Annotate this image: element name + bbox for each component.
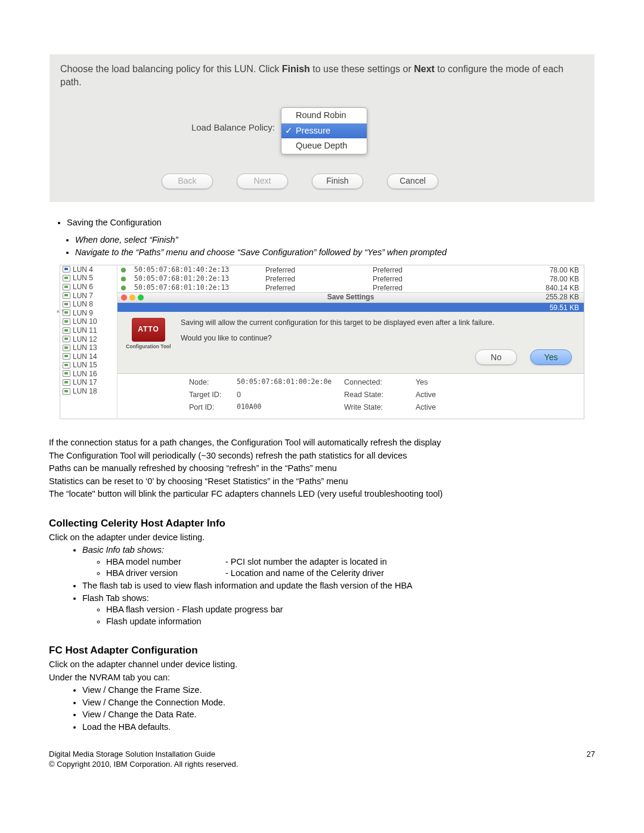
save-settings-screenshot: LUN 4 LUN 5 LUN 6 LUN 7 LUN 8 LUN 9 LUN … bbox=[60, 265, 584, 419]
list-item[interactable]: LUN 10 bbox=[60, 317, 117, 326]
footer-copyright: © Copyright 2010, IBM Corporation. All r… bbox=[49, 759, 238, 770]
target-info: Node:50:05:07:68:01:00:2e:0eConnected:Ye… bbox=[117, 374, 584, 419]
list-item[interactable]: LUN 5 bbox=[60, 274, 117, 283]
load-balance-dialog: Choose the load balancing policy for thi… bbox=[49, 54, 595, 203]
status-dot-icon bbox=[121, 286, 126, 290]
cel-b1a: HBA model number- PCI slot number the ad… bbox=[106, 556, 595, 568]
load-balance-label: Load Balance Policy: bbox=[60, 107, 281, 134]
disk-icon bbox=[63, 345, 70, 351]
para-4: Statistics can be reset to ‘0’ by choosi… bbox=[49, 476, 595, 488]
info-conn-val: Yes bbox=[416, 377, 463, 388]
disk-icon bbox=[63, 318, 70, 325]
resize-handle-icon: ▴ ▾ bbox=[57, 307, 64, 314]
table-row[interactable]: 50:05:07:68:01:40:2e:13PreferredPreferre… bbox=[117, 265, 584, 274]
finish-button[interactable]: Finish bbox=[312, 174, 363, 189]
disk-icon bbox=[63, 370, 70, 377]
lun-list: LUN 4 LUN 5 LUN 6 LUN 7 LUN 8 LUN 9 LUN … bbox=[60, 265, 117, 419]
table-row[interactable]: 50:05:07:68:01:10:2e:13PreferredPreferre… bbox=[117, 283, 584, 292]
dropdown-option-queue-depth[interactable]: Queue Depth bbox=[281, 138, 367, 154]
path-size: 78.00 KB bbox=[468, 265, 584, 275]
bullet-finish: When done, select “Finish” bbox=[75, 234, 595, 246]
list-item[interactable]: LUN 18 bbox=[60, 387, 117, 396]
cel-b2: The flash tab is used to view flash info… bbox=[82, 580, 595, 592]
table-row[interactable]: 59.51 KB bbox=[117, 303, 584, 312]
disk-icon bbox=[63, 266, 70, 272]
cel-b3a: HBA flash version - Flash update progres… bbox=[106, 604, 595, 616]
list-item[interactable]: LUN 11 bbox=[60, 326, 117, 335]
atto-caption: Configuration Tool bbox=[125, 344, 172, 349]
fc-line2: Under the NVRAM tab you can: bbox=[49, 672, 595, 684]
para-3: Paths can be manually refreshed by choos… bbox=[49, 463, 595, 475]
info-read-lbl: Read State: bbox=[344, 390, 416, 400]
dialog-title: Save Settings bbox=[117, 292, 584, 302]
instr-b1: Finish bbox=[282, 64, 310, 74]
atto-badge: ATTO bbox=[132, 318, 165, 342]
info-write-lbl: Write State: bbox=[344, 402, 416, 413]
no-button[interactable]: No bbox=[475, 349, 517, 365]
path-c1: Preferred bbox=[265, 283, 373, 293]
info-targ-val: 0 bbox=[237, 390, 344, 400]
path-addr: 50:05:07:68:01:10:2e:13 bbox=[134, 283, 265, 293]
fc-b3: View / Change the Data Rate. bbox=[82, 709, 595, 721]
fc-b2: View / Change the Connection Mode. bbox=[82, 697, 595, 709]
status-dot-icon bbox=[121, 268, 126, 272]
fc-line1: Click on the adapter channel under devic… bbox=[49, 659, 595, 671]
path-c2: Preferred bbox=[373, 265, 468, 275]
disk-icon bbox=[63, 327, 70, 334]
load-balance-dropdown[interactable]: Round Robin Pressure Queue Depth bbox=[281, 107, 367, 154]
path-addr: 50:05:07:68:01:20:2e:13 bbox=[134, 274, 265, 284]
para-2: The Configuration Tool will periodically… bbox=[49, 450, 595, 462]
page-footer: Digital Media Storage Solution Installat… bbox=[49, 749, 595, 770]
info-conn-lbl: Connected: bbox=[344, 377, 416, 388]
instr-pre: Choose the load balancing policy for thi… bbox=[60, 64, 282, 74]
bullet-saving: Saving the Configuration bbox=[67, 217, 595, 229]
atto-logo-icon: ATTO Configuration Tool bbox=[125, 318, 172, 366]
list-item[interactable]: LUN 8 bbox=[60, 300, 117, 309]
list-item[interactable]: LUN 4 bbox=[60, 265, 117, 274]
path-size: 59.51 KB bbox=[468, 303, 584, 312]
next-button[interactable]: Next bbox=[237, 174, 288, 189]
page-number: 27 bbox=[587, 749, 595, 770]
disk-icon bbox=[63, 388, 70, 395]
list-item[interactable]: LUN 14 bbox=[60, 352, 117, 361]
cel-b3: Flash Tab shows: HBA flash version - Fla… bbox=[82, 593, 595, 628]
disk-icon bbox=[63, 275, 70, 281]
info-port-lbl: Port ID: bbox=[189, 402, 237, 413]
list-item[interactable]: LUN 16 bbox=[60, 370, 117, 379]
celerity-intro: Click on the adapter under device listin… bbox=[49, 532, 595, 544]
dropdown-option-pressure[interactable]: Pressure bbox=[281, 123, 367, 139]
footer-title: Digital Media Storage Solution Installat… bbox=[49, 749, 238, 760]
fc-b1: View / Change the Frame Size. bbox=[82, 685, 595, 696]
heading-celerity: Collecting Celerity Host Adapter Info bbox=[49, 517, 595, 531]
info-port-val: 010A00 bbox=[237, 402, 344, 413]
list-item[interactable]: LUN 6 bbox=[60, 283, 117, 292]
cancel-button[interactable]: Cancel bbox=[387, 174, 438, 189]
dropdown-option-round-robin[interactable]: Round Robin bbox=[281, 108, 367, 123]
disk-icon bbox=[63, 336, 70, 342]
save-msg-1: Saving will allow the current configurat… bbox=[181, 318, 577, 328]
lun-label: LUN 18 bbox=[73, 386, 97, 396]
instr-mid: to use these settings or bbox=[310, 64, 414, 74]
info-node-val: 50:05:07:68:01:00:2e:0e bbox=[237, 377, 344, 388]
list-item[interactable]: LUN 17 bbox=[60, 378, 117, 387]
table-row[interactable]: 50:05:07:68:01:20:2e:13PreferredPreferre… bbox=[117, 274, 584, 283]
para-1: If the connection status for a path chan… bbox=[49, 437, 595, 449]
list-item[interactable]: LUN 12 bbox=[60, 335, 117, 343]
yes-button[interactable]: Yes bbox=[530, 349, 572, 365]
back-button[interactable]: Back bbox=[162, 174, 213, 189]
path-addr: 50:05:07:68:01:40:2e:13 bbox=[134, 265, 265, 275]
list-item[interactable]: LUN 13 bbox=[60, 343, 117, 352]
disk-icon bbox=[63, 379, 70, 386]
save-settings-titlebar: Save Settings 255.28 KB bbox=[117, 292, 584, 303]
list-item[interactable]: LUN 15 bbox=[60, 361, 117, 370]
info-node-lbl: Node: bbox=[189, 377, 237, 388]
instruction-text: Choose the load balancing policy for thi… bbox=[60, 63, 584, 88]
fc-b4: Load the HBA defaults. bbox=[82, 721, 595, 733]
disk-icon bbox=[63, 362, 70, 368]
list-item[interactable]: LUN 7 bbox=[60, 291, 117, 300]
info-targ-lbl: Target ID: bbox=[189, 390, 237, 400]
list-item[interactable]: LUN 9 bbox=[60, 309, 117, 318]
path-c1: Preferred bbox=[265, 265, 373, 275]
bullet-navigate: Navigate to the “Paths” menu and choose … bbox=[75, 247, 595, 259]
info-write-val: Active bbox=[416, 402, 463, 413]
